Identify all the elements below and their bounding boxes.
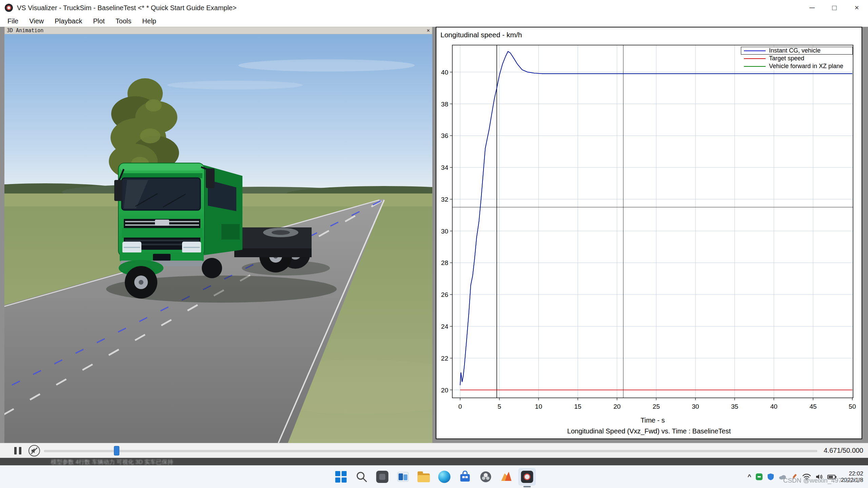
- svg-text:10: 10: [535, 403, 542, 410]
- window-title: VS Visualizer - TruckSim - BaselineTest …: [17, 4, 237, 12]
- svg-text:35: 35: [731, 403, 738, 410]
- vs-visualizer-logo-icon: [5, 4, 13, 12]
- playback-time: 4.671/50.000: [824, 447, 863, 454]
- taskbar: ^: [0, 465, 868, 488]
- matlab-icon: [500, 471, 513, 483]
- dark-app-icon: [376, 471, 389, 483]
- menubar: File View Playback Plot Tools Help: [0, 16, 868, 27]
- background-window-strip: 模型参数 4行数 车辆动力 可视化 3D 实车已保持: [0, 458, 868, 465]
- svg-text:30: 30: [441, 228, 448, 235]
- playback-slider[interactable]: [44, 450, 817, 452]
- svg-text:20: 20: [613, 403, 620, 410]
- background-window-text: 模型参数 4行数 车辆动力 可视化 3D 实车已保持: [51, 458, 173, 465]
- legend-line-red: [744, 58, 766, 59]
- legend-line-green: [744, 66, 766, 67]
- playback-bar: 4.671/50.000: [0, 443, 868, 458]
- start-button[interactable]: [332, 468, 350, 486]
- obs-icon: [480, 471, 492, 483]
- chart-caption: Longitudinal Speed (Vxz_Fwd) vs. Time : …: [436, 427, 862, 435]
- 3d-scene: [4, 34, 432, 443]
- taskbar-obs-button[interactable]: [477, 468, 495, 486]
- speaker-muted-icon: [31, 447, 38, 454]
- titlebar: VS Visualizer - TruckSim - BaselineTest …: [0, 0, 868, 16]
- speed-chart-plot[interactable]: 0510152025303540455020222426283032343638…: [436, 27, 862, 439]
- legend-item-instant-cg[interactable]: Instant CG, vehicle: [741, 47, 853, 55]
- taskbar-center: [332, 466, 536, 488]
- menu-tools[interactable]: Tools: [110, 16, 137, 27]
- svg-text:20: 20: [441, 387, 448, 394]
- svg-text:28: 28: [441, 259, 448, 266]
- task-view-icon: [397, 471, 409, 483]
- x-axis-label: Time - s: [452, 416, 853, 424]
- taskbar-task-view-button[interactable]: [394, 468, 412, 486]
- svg-text:34: 34: [441, 164, 449, 171]
- menu-plot[interactable]: Plot: [87, 16, 110, 27]
- tray-green-app-icon[interactable]: [755, 473, 763, 481]
- clock-time: 22:02: [841, 470, 863, 477]
- svg-text:50: 50: [849, 403, 856, 410]
- search-icon: [356, 471, 368, 483]
- store-icon: [459, 471, 471, 483]
- legend-item-vehicle-forward[interactable]: Vehicle forward in XZ plane: [741, 62, 853, 70]
- taskbar-edge-button[interactable]: [436, 468, 453, 486]
- windows-start-icon: [335, 471, 347, 483]
- taskbar-search-button[interactable]: [353, 468, 371, 486]
- vs-visualizer-icon: [521, 471, 533, 483]
- svg-text:38: 38: [441, 101, 448, 108]
- animation-pane: 3D Animation ×: [4, 27, 432, 443]
- taskbar-dark-app-button[interactable]: [374, 468, 391, 486]
- menu-help[interactable]: Help: [137, 16, 162, 27]
- legend-line-blue: [744, 50, 766, 51]
- animation-pane-header: 3D Animation ×: [4, 27, 432, 34]
- client-area: 3D Animation ×: [0, 27, 868, 458]
- svg-text:15: 15: [574, 403, 581, 410]
- pause-button[interactable]: [10, 446, 25, 456]
- chart-pane: Longitudinal speed - km/h 05101520253035…: [436, 27, 862, 439]
- svg-text:45: 45: [809, 403, 816, 410]
- menu-playback[interactable]: Playback: [49, 16, 87, 27]
- svg-text:36: 36: [441, 132, 448, 139]
- svg-text:30: 30: [692, 403, 699, 410]
- svg-text:26: 26: [441, 291, 448, 298]
- chart-legend: Instant CG, vehicle Target speed Vehicle…: [741, 47, 853, 70]
- legend-item-target-speed[interactable]: Target speed: [741, 55, 853, 62]
- tray-shield-icon[interactable]: [767, 473, 774, 481]
- svg-text:32: 32: [441, 196, 448, 203]
- animation-pane-title: 3D Animation: [7, 27, 43, 34]
- svg-text:24: 24: [441, 323, 449, 330]
- taskbar-vs-visualizer-button[interactable]: [518, 468, 536, 486]
- tray-chevron-up-icon[interactable]: ^: [748, 473, 751, 481]
- file-explorer-icon: [418, 473, 430, 482]
- mute-button[interactable]: [28, 445, 40, 456]
- edge-browser-icon: [438, 471, 451, 483]
- 3d-viewport[interactable]: [4, 34, 432, 443]
- playback-slider-thumb[interactable]: [114, 446, 119, 455]
- svg-text:22: 22: [441, 355, 448, 362]
- svg-text:5: 5: [497, 403, 501, 410]
- close-button[interactable]: ×: [846, 0, 868, 16]
- taskbar-matlab-button[interactable]: [498, 468, 515, 486]
- animation-pane-close-icon[interactable]: ×: [427, 28, 430, 33]
- taskbar-file-explorer-button[interactable]: [415, 468, 433, 486]
- svg-text:40: 40: [770, 403, 777, 410]
- maximize-button[interactable]: □: [823, 0, 846, 16]
- taskbar-store-button[interactable]: [456, 468, 474, 486]
- svg-text:0: 0: [458, 403, 462, 410]
- menu-view[interactable]: View: [24, 16, 49, 27]
- svg-text:40: 40: [441, 69, 448, 76]
- csdn-watermark: CSDN @weixin_49746645: [783, 477, 860, 484]
- menu-file[interactable]: File: [2, 16, 24, 27]
- svg-text:25: 25: [653, 403, 660, 410]
- minimize-button[interactable]: ─: [801, 0, 823, 16]
